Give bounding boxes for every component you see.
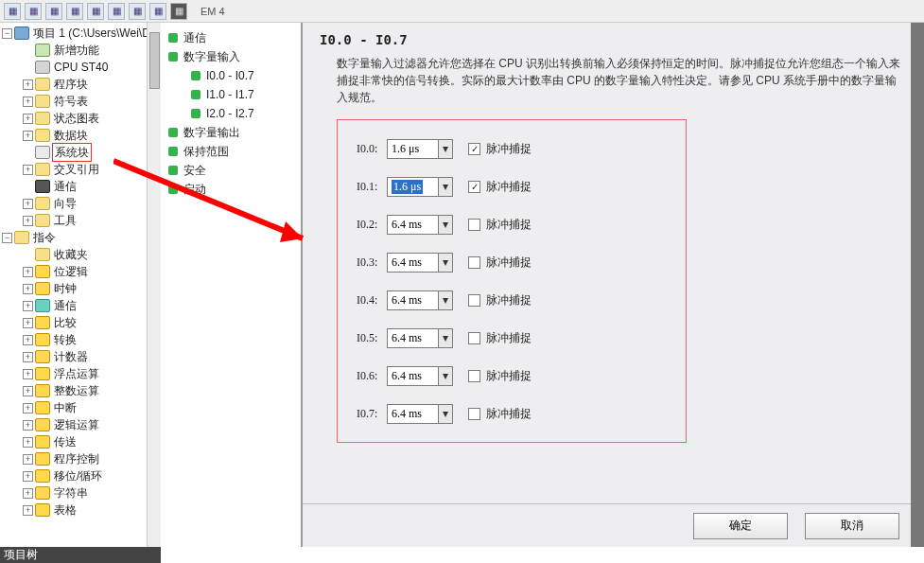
dropdown-icon: ▾ bbox=[438, 140, 452, 158]
tree-item[interactable]: +计数器 bbox=[0, 348, 159, 365]
tree-item[interactable]: +交叉引用 bbox=[0, 161, 159, 178]
pulse-capture-label: 脉冲捕捉 bbox=[486, 368, 532, 384]
tree-item[interactable]: +时钟 bbox=[0, 280, 159, 297]
filter-row: I0.1: 1.6 μs▾ ✓ 脉冲捕捉 bbox=[357, 175, 657, 198]
tree-item[interactable]: 新增功能 bbox=[0, 42, 159, 59]
tree-item[interactable]: +程序控制 bbox=[0, 450, 159, 467]
left-scrollbar[interactable] bbox=[147, 23, 161, 547]
dialog-button-bar: 确定 取消 bbox=[303, 503, 924, 547]
tree-item[interactable]: +工具 bbox=[0, 212, 159, 229]
dropdown-icon: ▾ bbox=[438, 291, 452, 309]
system-block-tree-panel: 通信数字量输入I0.0 - I0.7I1.0 - I1.7I2.0 - I2.7… bbox=[161, 23, 303, 547]
filter-row: I0.5: 6.4 ms▾ 脉冲捕捉 bbox=[357, 326, 657, 349]
filter-select[interactable]: 1.6 μs▾ bbox=[387, 139, 453, 159]
io-label: I0.3: bbox=[357, 255, 387, 270]
tree-item[interactable]: +数据块 bbox=[0, 127, 159, 144]
pulse-capture-checkbox[interactable] bbox=[468, 294, 480, 307]
tree-item[interactable]: 系统块 bbox=[0, 144, 159, 161]
io-label: I0.7: bbox=[357, 407, 387, 421]
tree-item[interactable]: +程序块 bbox=[0, 76, 159, 93]
filter-select[interactable]: 1.6 μs▾ bbox=[387, 177, 453, 197]
tree-item[interactable]: +移位/循环 bbox=[0, 467, 159, 484]
config-panel: I0.0 - I0.7 数字量输入过滤器允许您选择在 CPU 识别出转换前输入必… bbox=[303, 23, 924, 547]
toolbar-icon[interactable]: ▦ bbox=[87, 3, 104, 20]
toolbar-icon[interactable]: ▦ bbox=[108, 3, 125, 20]
dropdown-icon: ▾ bbox=[438, 405, 452, 423]
filter-select[interactable]: 6.4 ms▾ bbox=[387, 253, 453, 273]
filter-select[interactable]: 6.4 ms▾ bbox=[387, 404, 453, 424]
pulse-capture-checkbox[interactable]: ✓ bbox=[468, 143, 480, 155]
pulse-capture-label: 脉冲捕捉 bbox=[486, 406, 532, 422]
project-tree-panel: −项目 1 (C:\Users\Wei\D新增功能CPU ST40+程序块+符号… bbox=[0, 23, 161, 547]
tree-item[interactable]: +传送 bbox=[0, 433, 159, 450]
filter-select[interactable]: 6.4 ms▾ bbox=[387, 215, 453, 235]
dropdown-icon: ▾ bbox=[438, 216, 452, 234]
dropdown-icon: ▾ bbox=[438, 178, 452, 196]
filter-settings-box: I0.0: 1.6 μs▾ ✓ 脉冲捕捉 I0.1: 1.6 μs▾ ✓ 脉冲捕… bbox=[337, 119, 687, 443]
pulse-capture-label: 脉冲捕捉 bbox=[486, 255, 532, 271]
tree-item[interactable]: +状态图表 bbox=[0, 110, 159, 127]
pulse-capture-checkbox[interactable] bbox=[468, 256, 480, 269]
pulse-capture-label: 脉冲捕捉 bbox=[486, 330, 532, 346]
pulse-capture-label: 脉冲捕捉 bbox=[486, 141, 532, 157]
tree-item[interactable]: +中断 bbox=[0, 399, 159, 416]
toolbar-icon[interactable]: ▦ bbox=[45, 3, 62, 20]
pulse-capture-checkbox[interactable] bbox=[468, 219, 480, 231]
sysblock-item[interactable]: 安全 bbox=[161, 161, 301, 180]
tree-item[interactable]: +表格 bbox=[0, 501, 159, 519]
tree-item[interactable]: +通信 bbox=[0, 297, 159, 314]
tree-item[interactable]: 收藏夹 bbox=[0, 246, 159, 263]
sysblock-item[interactable]: 启动 bbox=[161, 180, 301, 199]
filter-select[interactable]: 6.4 ms▾ bbox=[387, 290, 453, 310]
toolbar-icon[interactable]: ▦ bbox=[4, 3, 21, 20]
sysblock-item[interactable]: 保持范围 bbox=[161, 142, 301, 161]
tree-item[interactable]: +整数运算 bbox=[0, 382, 159, 399]
dropdown-icon: ▾ bbox=[438, 367, 452, 385]
sysblock-item[interactable]: I1.0 - I1.7 bbox=[161, 85, 301, 104]
filter-select[interactable]: 6.4 ms▾ bbox=[387, 328, 453, 348]
toolbar-icon[interactable]: ▦ bbox=[170, 3, 187, 20]
pulse-capture-label: 脉冲捕捉 bbox=[486, 179, 532, 195]
io-label: I0.0: bbox=[357, 142, 387, 156]
tree-item[interactable]: +符号表 bbox=[0, 93, 159, 110]
tree-item[interactable]: 通信 bbox=[0, 178, 159, 195]
tree-item[interactable]: +位逻辑 bbox=[0, 263, 159, 280]
pulse-capture-label: 脉冲捕捉 bbox=[486, 292, 532, 308]
filter-select[interactable]: 6.4 ms▾ bbox=[387, 366, 453, 386]
tree-item[interactable]: +比较 bbox=[0, 314, 159, 331]
tree-item[interactable]: CPU ST40 bbox=[0, 59, 159, 76]
pulse-capture-checkbox[interactable] bbox=[468, 408, 480, 420]
pulse-capture-label: 脉冲捕捉 bbox=[486, 217, 532, 233]
pulse-capture-checkbox[interactable] bbox=[468, 370, 480, 382]
panel-description: 数字量输入过滤器允许您选择在 CPU 识别出转换前输入必须保持恒定的时间。脉冲捕… bbox=[303, 49, 924, 114]
sysblock-item[interactable]: 通信 bbox=[161, 28, 301, 47]
sysblock-item[interactable]: I0.0 - I0.7 bbox=[161, 66, 301, 85]
toolbar-icon[interactable]: ▦ bbox=[149, 3, 166, 20]
dropdown-icon: ▾ bbox=[438, 254, 452, 272]
filter-row: I0.7: 6.4 ms▾ 脉冲捕捉 bbox=[357, 402, 657, 425]
dropdown-icon: ▾ bbox=[438, 329, 452, 347]
toolbar-icon[interactable]: ▦ bbox=[66, 3, 83, 20]
filter-row: I0.6: 6.4 ms▾ 脉冲捕捉 bbox=[357, 364, 657, 387]
filter-row: I0.0: 1.6 μs▾ ✓ 脉冲捕捉 bbox=[357, 137, 657, 160]
toolbar-icon[interactable]: ▦ bbox=[129, 3, 146, 20]
tree-item[interactable]: +转换 bbox=[0, 331, 159, 348]
filter-row: I0.2: 6.4 ms▾ 脉冲捕捉 bbox=[357, 213, 657, 236]
cancel-button[interactable]: 取消 bbox=[805, 513, 899, 539]
io-label: I0.6: bbox=[357, 369, 387, 383]
tree-section[interactable]: −指令 bbox=[0, 229, 159, 246]
sysblock-item[interactable]: I2.0 - I2.7 bbox=[161, 104, 301, 123]
sysblock-item[interactable]: 数字量输入 bbox=[161, 47, 301, 66]
tree-item[interactable]: +浮点运算 bbox=[0, 365, 159, 382]
tree-item[interactable]: +向导 bbox=[0, 195, 159, 212]
tree-item[interactable]: +逻辑运算 bbox=[0, 416, 159, 433]
pulse-capture-checkbox[interactable]: ✓ bbox=[468, 181, 480, 193]
io-label: I0.4: bbox=[357, 293, 387, 308]
sysblock-item[interactable]: 数字量输出 bbox=[161, 123, 301, 142]
pulse-capture-checkbox[interactable] bbox=[468, 332, 480, 344]
toolbar-icon[interactable]: ▦ bbox=[25, 3, 42, 20]
ok-button[interactable]: 确定 bbox=[693, 513, 788, 539]
tree-root[interactable]: −项目 1 (C:\Users\Wei\D bbox=[0, 25, 159, 42]
project-tree-title: 项目树 bbox=[0, 547, 161, 563]
tree-item[interactable]: +字符串 bbox=[0, 484, 159, 501]
